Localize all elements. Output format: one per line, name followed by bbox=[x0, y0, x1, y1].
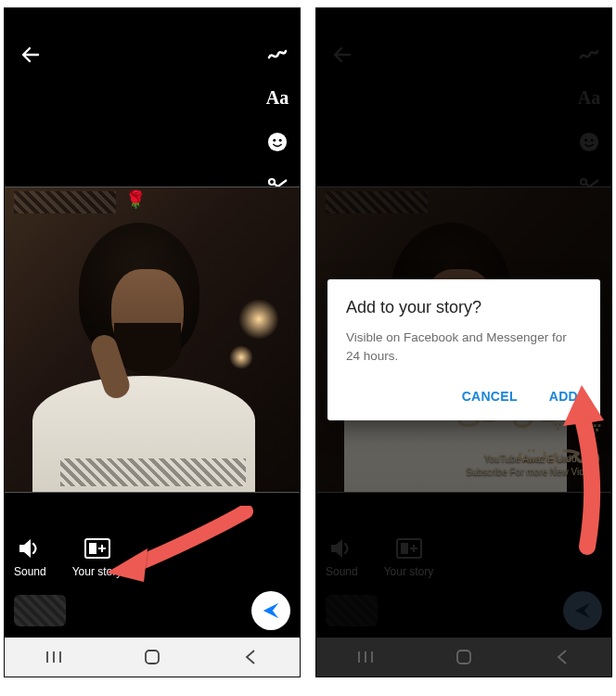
doodle-tool[interactable] bbox=[264, 40, 290, 66]
recents-button[interactable] bbox=[353, 645, 378, 669]
svg-rect-25 bbox=[401, 543, 408, 554]
speaker-icon bbox=[18, 537, 42, 560]
squiggle-icon bbox=[578, 43, 600, 63]
smiley-icon bbox=[579, 132, 599, 152]
svg-point-20 bbox=[581, 179, 586, 185]
story-editor-screen: Aa 🌹 bbox=[4, 7, 301, 677]
your-story-button: Your story bbox=[384, 537, 434, 578]
home-button[interactable] bbox=[140, 645, 164, 669]
rose-icon: 🌹 bbox=[125, 189, 146, 210]
recents-icon bbox=[356, 650, 375, 664]
home-icon bbox=[455, 648, 473, 666]
send-icon bbox=[572, 600, 593, 621]
bottom-bar: Sound Your story bbox=[316, 489, 611, 638]
svg-rect-24 bbox=[397, 539, 421, 558]
svg-rect-15 bbox=[146, 651, 159, 664]
sound-label: Sound bbox=[14, 565, 46, 578]
cancel-button[interactable]: CANCEL bbox=[458, 381, 521, 411]
doodle-tool bbox=[576, 40, 602, 66]
arrow-left-icon bbox=[331, 44, 353, 66]
back-button bbox=[329, 42, 355, 68]
recents-icon bbox=[45, 650, 63, 664]
svg-rect-31 bbox=[457, 651, 470, 664]
svg-line-23 bbox=[586, 180, 599, 189]
svg-point-17 bbox=[580, 133, 598, 151]
sound-toggle: Sound bbox=[326, 537, 358, 578]
dialog-body: Visible on Facebook and Messenger for 24… bbox=[346, 329, 582, 365]
svg-rect-9 bbox=[89, 543, 96, 554]
story-confirm-screen: Aa پہچان کی محبت YouTube Awaz E Urdu Sub… bbox=[315, 7, 612, 677]
sound-toggle[interactable]: Sound bbox=[14, 537, 46, 578]
redacted-region bbox=[60, 458, 246, 486]
sticker-tool bbox=[576, 129, 602, 155]
your-story-label: Your story bbox=[72, 565, 122, 578]
svg-point-19 bbox=[591, 139, 594, 142]
nav-back-button[interactable] bbox=[238, 645, 263, 669]
compose-row bbox=[14, 591, 290, 630]
top-bar: Aa bbox=[316, 8, 611, 185]
add-button[interactable]: ADD bbox=[545, 381, 582, 411]
add-story-dialog: Add to your story? Visible on Facebook a… bbox=[327, 279, 600, 420]
text-tool[interactable]: Aa bbox=[264, 84, 290, 110]
home-button[interactable] bbox=[452, 645, 476, 669]
your-story-button[interactable]: Your story bbox=[72, 537, 122, 578]
svg-point-21 bbox=[581, 188, 586, 194]
chevron-left-icon bbox=[556, 649, 569, 665]
svg-rect-8 bbox=[85, 539, 109, 558]
back-button[interactable] bbox=[18, 42, 44, 68]
recipient-chip bbox=[326, 595, 378, 626]
arrow-left-icon bbox=[19, 44, 42, 66]
redacted-region bbox=[14, 191, 116, 213]
svg-point-1 bbox=[268, 133, 287, 151]
dialog-title: Add to your story? bbox=[346, 298, 582, 317]
home-icon bbox=[143, 648, 161, 666]
chevron-left-icon bbox=[244, 649, 257, 665]
nav-back-button[interactable] bbox=[550, 645, 574, 669]
squiggle-icon bbox=[266, 43, 289, 63]
recipient-chip[interactable] bbox=[14, 595, 66, 626]
smiley-icon bbox=[267, 132, 288, 152]
add-story-icon bbox=[84, 538, 110, 559]
send-button bbox=[563, 591, 602, 630]
send-icon bbox=[261, 600, 281, 621]
send-button[interactable] bbox=[251, 591, 290, 630]
editor-tools: Aa bbox=[264, 40, 290, 200]
svg-point-3 bbox=[279, 139, 282, 142]
text-tool: Aa bbox=[576, 84, 602, 110]
sticker-tool[interactable] bbox=[264, 129, 290, 155]
top-bar: Aa bbox=[5, 8, 300, 185]
svg-point-4 bbox=[269, 179, 275, 185]
bottom-bar: Sound Your story bbox=[5, 489, 300, 638]
svg-point-18 bbox=[584, 139, 587, 142]
recents-button[interactable] bbox=[42, 645, 66, 669]
video-preview[interactable]: 🌹 bbox=[5, 187, 300, 493]
add-story-icon bbox=[396, 538, 422, 559]
svg-line-22 bbox=[586, 184, 599, 193]
android-navbar bbox=[316, 638, 611, 677]
speaker-icon bbox=[329, 537, 353, 560]
android-navbar bbox=[5, 638, 300, 677]
crop-tool bbox=[576, 174, 602, 200]
svg-point-2 bbox=[273, 139, 276, 142]
scissors-icon bbox=[578, 177, 600, 196]
watermark-text: YouTube Awaz E Urdu Subscribe For more N… bbox=[466, 453, 595, 479]
